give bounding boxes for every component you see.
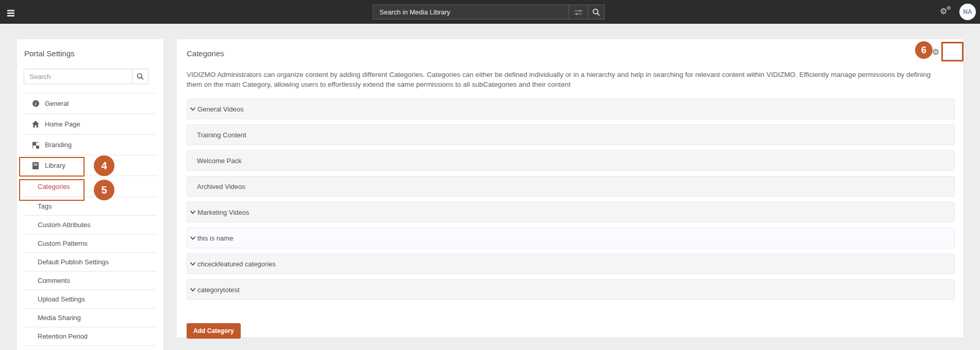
- sidebar-item-label: Categories: [38, 183, 70, 190]
- home-icon: [32, 121, 39, 128]
- sidebar-item-retention-period[interactable]: Retention Period: [24, 327, 157, 346]
- media-library-search-input[interactable]: [373, 5, 569, 19]
- search-filter-button[interactable]: [569, 5, 588, 19]
- category-name: Marketing Videos: [197, 209, 249, 216]
- chevron-down-icon[interactable]: [190, 210, 196, 215]
- category-list: General Videos Training Content Welcome …: [187, 99, 955, 300]
- sidebar-item-tags[interactable]: Tags: [24, 197, 157, 216]
- sidebar-menu: i General Home Page Branding Library: [24, 93, 157, 346]
- info-icon: i: [32, 100, 39, 107]
- category-row-welcome-pack[interactable]: Welcome Pack: [187, 150, 955, 171]
- sidebar-item-label: Library: [45, 162, 65, 169]
- sidebar-search: [24, 69, 148, 84]
- chevron-down-icon[interactable]: [190, 106, 196, 112]
- sidebar-item-label: Home Page: [45, 120, 80, 128]
- portal-settings-sidebar: Portal Settings i General Home Page Bran…: [17, 39, 163, 350]
- sidebar-title: Portal Settings: [24, 39, 157, 58]
- sidebar-item-default-publish-settings[interactable]: Default Publish Settings: [24, 253, 157, 272]
- chevron-down-icon[interactable]: [190, 261, 196, 267]
- admin-settings-icon[interactable]: ⚙⚙: [940, 6, 952, 18]
- sidebar-item-label: Comments: [38, 277, 70, 284]
- sidebar-item-label: Upload Settings: [38, 295, 85, 303]
- search-icon: [592, 8, 600, 16]
- category-settings-gear-button[interactable]: ⚙: [928, 44, 943, 60]
- search-icon: [137, 73, 144, 80]
- sidebar-item-label: Tags: [38, 202, 52, 210]
- sidebar-item-label: Custom Attributes: [38, 221, 91, 229]
- sliders-icon: [574, 9, 583, 16]
- sidebar-item-media-sharing[interactable]: Media Sharing: [24, 309, 157, 327]
- branding-icon: [32, 142, 39, 148]
- category-name: categorytotest: [197, 286, 240, 294]
- sidebar-item-comments[interactable]: Comments: [24, 272, 157, 290]
- categories-description: VIDIZMO Administrators can organize cont…: [187, 70, 940, 89]
- chevron-down-icon[interactable]: [190, 287, 196, 293]
- media-library-search: [373, 5, 605, 20]
- topbar-right-controls: ⚙⚙ NA: [940, 0, 976, 24]
- hamburger-menu-icon[interactable]: [7, 10, 14, 18]
- category-name: this is name: [197, 234, 233, 242]
- sidebar-item-general[interactable]: i General: [24, 93, 157, 114]
- sidebar-item-custom-patterns[interactable]: Custom Patterns: [24, 234, 157, 253]
- sidebar-item-custom-attributes[interactable]: Custom Attributes: [24, 216, 157, 234]
- sidebar-item-label: Media Sharing: [38, 314, 81, 322]
- library-book-icon: [32, 162, 39, 169]
- top-navigation-bar: ⚙⚙ NA: [0, 0, 980, 24]
- sidebar-item-label: General: [45, 100, 69, 107]
- sidebar-search-button[interactable]: [132, 69, 148, 84]
- search-submit-button[interactable]: [588, 5, 604, 19]
- sidebar-search-input[interactable]: [24, 69, 132, 84]
- category-name: Welcome Pack: [197, 157, 241, 165]
- sidebar-item-home-page[interactable]: Home Page: [24, 114, 157, 135]
- category-row-chceckfeatured-categories[interactable]: chceckfeatured categories: [187, 253, 955, 274]
- sidebar-item-categories[interactable]: Categories: [24, 176, 157, 197]
- category-name: General Videos: [197, 105, 243, 113]
- category-row-marketing-videos[interactable]: Marketing Videos: [187, 202, 955, 222]
- sidebar-item-label: Retention Period: [38, 332, 88, 340]
- chevron-down-icon[interactable]: [190, 235, 196, 241]
- category-row-general-videos[interactable]: General Videos: [187, 99, 955, 119]
- sidebar-item-label: Branding: [45, 141, 72, 149]
- categories-panel: Categories ⚙ VIDIZMO Administrators can …: [177, 39, 963, 337]
- category-row-training-content[interactable]: Training Content: [187, 124, 955, 145]
- category-row-categorytotest[interactable]: categorytotest: [187, 279, 955, 300]
- add-category-button[interactable]: Add Category: [187, 323, 241, 339]
- user-avatar[interactable]: NA: [959, 4, 976, 20]
- category-name: Training Content: [197, 131, 246, 139]
- category-name: chceckfeatured categories: [197, 260, 276, 268]
- sidebar-item-library[interactable]: Library: [24, 155, 157, 176]
- page-title: Categories: [187, 49, 955, 58]
- sidebar-item-branding[interactable]: Branding: [24, 135, 157, 155]
- sidebar-item-upload-settings[interactable]: Upload Settings: [24, 290, 157, 309]
- sidebar-item-label: Default Publish Settings: [38, 258, 109, 266]
- category-row-archived-videos[interactable]: Archived Videos: [187, 176, 955, 197]
- category-row-this-is-name[interactable]: this is name: [187, 228, 955, 248]
- sidebar-item-label: Custom Patterns: [38, 240, 88, 247]
- category-name: Archived Videos: [197, 183, 245, 190]
